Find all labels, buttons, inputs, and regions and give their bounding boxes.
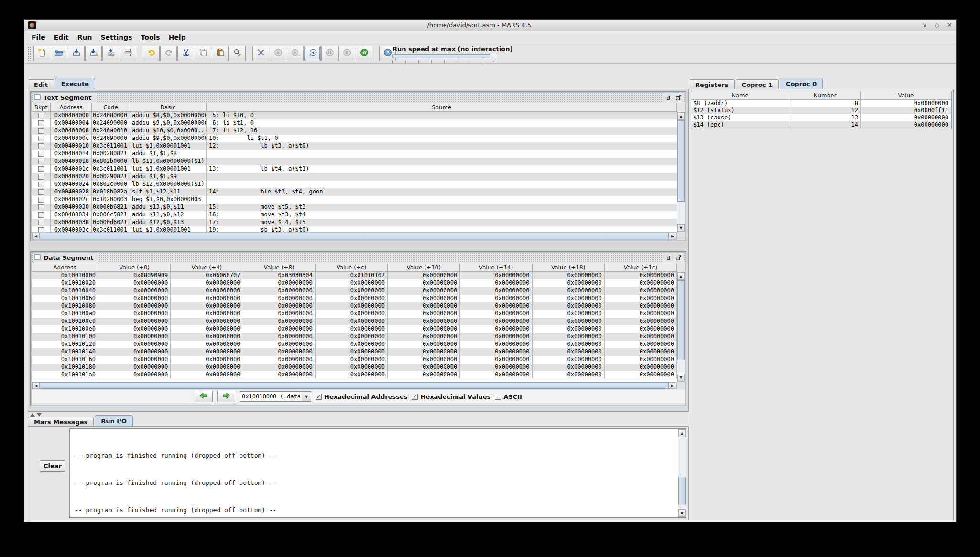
stop-button[interactable] [338, 46, 355, 61]
address-cell: 0x0040002c [51, 196, 92, 204]
text-segment-horizontal-scrollbar[interactable]: ◀ ▶ [32, 232, 677, 240]
menu-item[interactable]: Tools [137, 32, 164, 42]
tab-coproc0[interactable]: Coproc 0 [780, 78, 823, 89]
tab-mars-messages[interactable]: Mars Messages [28, 417, 94, 427]
scroll-up-icon[interactable]: ▲ [677, 112, 685, 120]
run-io-vertical-scrollbar[interactable]: ▲ ▼ [678, 429, 686, 517]
reset-button[interactable] [356, 46, 372, 61]
breakpoint-checkbox[interactable] [38, 128, 44, 134]
scrollbar-thumb[interactable] [40, 382, 669, 389]
ascii-checkbox[interactable]: ASCII [495, 393, 522, 400]
tab-execute[interactable]: Execute [55, 78, 95, 89]
menu-item[interactable]: Settings [96, 32, 136, 42]
close-icon[interactable]: ✕ [947, 21, 952, 29]
scroll-up-icon[interactable]: ▲ [677, 272, 685, 280]
clear-button[interactable]: Clear [40, 460, 65, 472]
scrollbar-thumb[interactable] [677, 280, 685, 360]
tab-edit[interactable]: Edit [28, 79, 54, 89]
value-cell: 0x00000000 [388, 310, 460, 318]
memory-address-select[interactable]: 0x10010000 (.data) ▼ [240, 391, 311, 402]
find-replace-button[interactable] [229, 46, 246, 61]
breakpoint-checkbox[interactable] [38, 159, 44, 164]
address-cell: 0x10010080 [32, 302, 98, 310]
scroll-left-icon[interactable]: ◀ [32, 233, 40, 239]
data-segment-vertical-scrollbar[interactable]: ▲ ▼ [677, 272, 685, 382]
toolbar-drag-handle[interactable] [27, 46, 32, 61]
breakpoint-checkbox[interactable] [38, 143, 44, 149]
tab-registers[interactable]: Registers [689, 79, 735, 89]
scroll-up-icon[interactable]: ▲ [678, 429, 686, 437]
copy-button[interactable] [195, 46, 211, 61]
menu-item[interactable]: Run [73, 32, 97, 42]
scroll-left-icon[interactable]: ◀ [32, 382, 40, 389]
checkbox-unchecked-icon[interactable] [495, 394, 501, 400]
breakpoint-checkbox[interactable] [38, 182, 44, 187]
run-io-output[interactable]: -- program is finished running (dropped … [69, 428, 686, 518]
undo-button[interactable] [143, 46, 160, 61]
breakpoint-checkbox[interactable] [38, 227, 44, 232]
address-cell: 0x100101a0 [32, 371, 98, 379]
breakpoint-checkbox[interactable] [38, 204, 44, 210]
breakpoint-checkbox[interactable] [38, 136, 44, 141]
data-segment-horizontal-scrollbar[interactable]: ◀ ▶ [32, 382, 677, 389]
scroll-right-icon[interactable]: ▶ [669, 233, 676, 239]
save-button[interactable] [68, 46, 85, 61]
checkbox-checked-icon[interactable]: ✓ [412, 394, 418, 400]
scrollbar-thumb[interactable] [678, 477, 686, 505]
title-bar[interactable]: /home/david/sort.asm - MARS 4.5 ∨ ◇ ✕ [24, 20, 956, 31]
breakpoint-cell [32, 150, 51, 158]
scroll-down-icon[interactable]: ▼ [677, 224, 685, 232]
checkbox-checked-icon[interactable]: ✓ [316, 394, 322, 400]
value-cell: 0x00000000 [243, 325, 316, 333]
dump-memory-button[interactable]: 0101 [102, 46, 119, 61]
breakpoint-checkbox[interactable] [38, 189, 44, 195]
tab-coproc1[interactable]: Coproc 1 [736, 79, 779, 89]
scrollbar-thumb[interactable] [40, 233, 669, 239]
text-segment-vertical-scrollbar[interactable]: ▲ ▼ [677, 112, 685, 232]
scroll-down-icon[interactable]: ▼ [677, 374, 685, 381]
scroll-down-icon[interactable]: ▼ [678, 509, 686, 517]
breakpoint-checkbox[interactable] [38, 212, 44, 218]
breakpoint-checkbox[interactable] [38, 113, 44, 118]
backstep-button[interactable]: 1 [304, 46, 321, 61]
hexadecimal-addresses-checkbox[interactable]: ✓ Hexadecimal Addresses [316, 393, 407, 400]
menu-item[interactable]: Edit [50, 32, 73, 42]
breakpoint-checkbox[interactable] [38, 197, 44, 203]
hexadecimal-values-checkbox[interactable]: ✓ Hexadecimal Values [412, 393, 490, 400]
minimize-icon[interactable]: ∨ [923, 21, 927, 29]
breakpoint-checkbox[interactable] [38, 151, 44, 157]
text-segment-title-bar[interactable]: Text Segment [32, 93, 685, 103]
menu-item[interactable]: Help [164, 32, 190, 42]
breakpoint-checkbox[interactable] [38, 220, 44, 225]
scrollbar-thumb[interactable] [677, 120, 685, 202]
frame-maximize-icon[interactable] [675, 94, 683, 102]
next-memory-button[interactable] [217, 391, 235, 402]
paste-button[interactable] [212, 46, 229, 61]
print-button[interactable] [120, 46, 136, 61]
data-segment-title-bar[interactable]: Data Segment [32, 253, 685, 263]
frame-restore-icon[interactable] [664, 254, 672, 262]
tab-run-io[interactable]: Run I/O [95, 415, 133, 427]
run-button[interactable] [270, 46, 286, 61]
step-button[interactable]: 1 [287, 46, 304, 61]
assemble-button[interactable] [252, 46, 269, 61]
new-file-button[interactable] [33, 46, 50, 61]
run-speed-slider[interactable] [392, 54, 497, 58]
scroll-right-icon[interactable]: ▶ [669, 382, 676, 389]
menu-item[interactable]: File [27, 32, 50, 42]
frame-restore-icon[interactable] [664, 94, 672, 102]
data-segment-row: 0x10010000 0x08090909 0x06060707 0x03030… [32, 272, 677, 279]
basic-cell: addu $12,$0,$13 [130, 219, 207, 226]
breakpoint-checkbox[interactable] [38, 174, 44, 180]
redo-button[interactable] [160, 46, 177, 61]
save-as-button[interactable] [85, 46, 102, 61]
chevron-down-icon[interactable]: ▼ [302, 392, 311, 401]
pause-button[interactable] [321, 46, 338, 61]
cut-button[interactable] [177, 46, 194, 61]
frame-maximize-icon[interactable] [675, 254, 683, 262]
open-file-button[interactable] [51, 46, 67, 61]
breakpoint-checkbox[interactable] [38, 120, 44, 126]
prev-memory-button[interactable] [195, 391, 213, 402]
maximize-icon[interactable]: ◇ [935, 21, 939, 29]
breakpoint-checkbox[interactable] [38, 166, 44, 172]
